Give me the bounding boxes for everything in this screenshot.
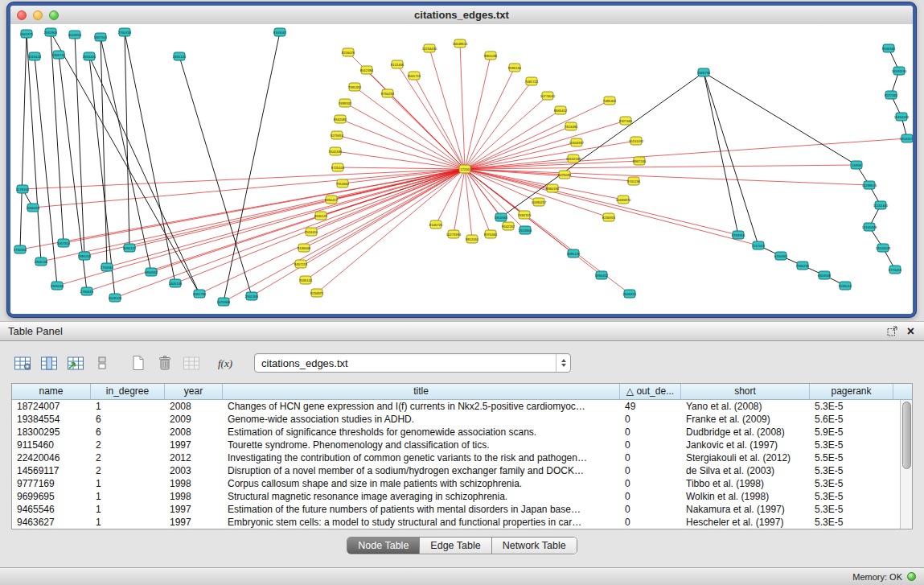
table-cell[interactable]: Jankovic et al. (1997) bbox=[681, 439, 810, 451]
graph-node[interactable]: 9741230 bbox=[627, 177, 641, 185]
graph-node[interactable]: 2750941 bbox=[101, 263, 114, 271]
graph-node[interactable]: 3085126 bbox=[567, 249, 581, 257]
table-cell[interactable]: Estimation of significance thresholds fo… bbox=[223, 426, 620, 439]
graph-node[interactable]: 1905742 bbox=[52, 51, 66, 59]
graph-node[interactable]: 1730560 bbox=[14, 245, 27, 253]
delete-column-icon[interactable] bbox=[154, 353, 176, 373]
table-row[interactable]: 1938455462009Genome-wide association stu… bbox=[12, 413, 900, 426]
column-header-out_de[interactable]: △ out_de... bbox=[620, 384, 681, 399]
graph-node[interactable]: 7481722 bbox=[525, 77, 539, 85]
graph-node[interactable]: 9327465 bbox=[619, 117, 633, 125]
graph-node[interactable]: 8867240 bbox=[633, 157, 647, 165]
graph-node[interactable]: 1670948 bbox=[217, 298, 231, 306]
table-selector[interactable]: citations_edges.txt bbox=[254, 353, 571, 373]
table-cell[interactable]: 9465546 bbox=[12, 503, 91, 516]
graph-node[interactable]: 2455120 bbox=[173, 52, 187, 60]
tab-edge-table[interactable]: Edge Table bbox=[419, 538, 491, 554]
table-cell[interactable]: 1 bbox=[91, 516, 165, 529]
graph-node[interactable]: 9596150 bbox=[508, 64, 522, 72]
table-cell[interactable]: 1 bbox=[91, 477, 165, 490]
table-cell[interactable]: 0 bbox=[620, 439, 681, 451]
graph-node[interactable]: 10591530 bbox=[892, 67, 907, 75]
graph-node[interactable]: 3024916 bbox=[68, 31, 82, 39]
float-panel-icon[interactable] bbox=[887, 326, 897, 336]
graph-node[interactable]: 7581452 bbox=[348, 83, 362, 91]
table-row[interactable]: 969969511998Structural magnetic resonanc… bbox=[12, 490, 900, 503]
table-cell[interactable]: 0 bbox=[620, 426, 681, 439]
graph-node[interactable]: 7217013 bbox=[752, 241, 766, 249]
table-cell[interactable]: 14569117 bbox=[12, 464, 91, 477]
table-cell[interactable]: Embryonic stem cells: a model to study s… bbox=[223, 516, 620, 529]
graph-node[interactable]: 11604937 bbox=[569, 138, 585, 146]
table-settings-icon[interactable] bbox=[11, 353, 34, 373]
graph-node[interactable]: 8845412 bbox=[554, 106, 568, 114]
graph-node[interactable]: 10465870 bbox=[616, 196, 631, 204]
graph-node[interactable]: 11242440 bbox=[873, 201, 889, 209]
table-cell[interactable]: Corpus callosum shape and size in male p… bbox=[223, 477, 620, 490]
graph-node[interactable]: 6793916 bbox=[732, 231, 745, 239]
table-cell[interactable]: 19384554 bbox=[12, 413, 91, 426]
table-row[interactable]: 977716911998Corpus callosum shape and si… bbox=[12, 477, 900, 490]
graph-node[interactable]: 9136648 bbox=[298, 244, 311, 252]
table-cell[interactable]: 9777169 bbox=[12, 477, 91, 490]
table-cell[interactable]: 5.3E-5 bbox=[810, 439, 893, 451]
table-cell[interactable]: 5.3E-5 bbox=[810, 477, 893, 490]
table-vertical-scrollbar[interactable] bbox=[900, 400, 912, 529]
table-cell[interactable]: Nakamura et al. (1997) bbox=[681, 503, 810, 516]
import-table-icon[interactable] bbox=[64, 353, 87, 373]
graph-node[interactable]: 8374460 bbox=[484, 230, 498, 238]
graph-node[interactable]: 2653410 bbox=[83, 52, 97, 60]
graph-node[interactable]: 2941305 bbox=[245, 292, 259, 300]
graph-node[interactable]: 8122406 bbox=[391, 60, 405, 68]
table-cell[interactable]: 2012 bbox=[165, 451, 223, 464]
graph-node[interactable]: 7613490 bbox=[565, 122, 578, 130]
graph-node[interactable]: 6150941 bbox=[774, 252, 788, 260]
table-cell[interactable]: 1998 bbox=[165, 490, 223, 503]
graph-node[interactable]: 8236915 bbox=[602, 213, 616, 221]
table-row[interactable]: 946554611997Estimation of the future num… bbox=[12, 503, 900, 516]
graph-node[interactable]: 6924508 bbox=[818, 271, 832, 279]
column-header-in_degree[interactable]: in_degree bbox=[91, 384, 165, 399]
table-cell[interactable]: 1997 bbox=[165, 516, 223, 529]
table-cell[interactable]: 18300295 bbox=[12, 426, 91, 439]
column-header-short[interactable]: short bbox=[681, 384, 810, 399]
graph-node[interactable]: 9245012 bbox=[839, 282, 852, 290]
graph-node[interactable]: 1661871 bbox=[20, 30, 34, 38]
table-cell[interactable]: 1 bbox=[91, 490, 165, 503]
graph-node[interactable]: 2905136 bbox=[35, 257, 48, 266]
table-cell[interactable]: de Silva et al. (2003) bbox=[681, 464, 810, 477]
graph-node[interactable]: 3528109 bbox=[109, 294, 122, 302]
graph-node[interactable]: 3178260 bbox=[16, 185, 30, 193]
graph-node[interactable]: 2066059 bbox=[27, 204, 40, 212]
column-header-title[interactable]: title bbox=[223, 384, 620, 399]
table-cell[interactable]: 2 bbox=[91, 464, 165, 477]
close-panel-icon[interactable]: × bbox=[907, 325, 914, 338]
graph-node[interactable]: 1850562 bbox=[145, 268, 158, 276]
graph-node[interactable]: 3094127 bbox=[123, 244, 137, 252]
table-cell[interactable]: 1998 bbox=[165, 477, 223, 490]
graph-node[interactable]: 12041675 bbox=[900, 134, 913, 142]
table-cell[interactable]: 2 bbox=[91, 451, 165, 464]
graph-node[interactable]: 8750234 bbox=[381, 89, 395, 97]
graph-node[interactable]: 9350417 bbox=[325, 196, 339, 204]
table-row[interactable]: 1456911722003Disruption of a novel membe… bbox=[12, 464, 900, 477]
graph-node[interactable]: 8457219 bbox=[294, 260, 308, 268]
table-row[interactable]: 946362711997Embryonic stem cells: a mode… bbox=[12, 516, 900, 529]
toggle-rows-icon[interactable] bbox=[91, 353, 113, 373]
table-row[interactable]: 2242004622012Investigating the contribut… bbox=[12, 451, 900, 464]
graph-node[interactable]: 7699332 bbox=[339, 99, 352, 107]
graph-node[interactable]: 12160468 bbox=[862, 223, 877, 231]
table-cell[interactable]: 18724007 bbox=[12, 400, 91, 413]
table-cell[interactable]: 9115460 bbox=[12, 439, 91, 451]
graph-node[interactable]: 8216076 bbox=[342, 48, 355, 56]
graph-node[interactable]: 9861036 bbox=[484, 51, 498, 60]
graph-node[interactable]: 10632168 bbox=[566, 154, 581, 163]
select-columns-icon[interactable] bbox=[38, 353, 60, 373]
graph-node[interactable]: 2760318 bbox=[118, 28, 132, 36]
table-cell[interactable]: 0 bbox=[620, 413, 681, 426]
graph-node[interactable]: 8146720 bbox=[429, 220, 443, 229]
table-cell[interactable]: 2009 bbox=[165, 413, 223, 426]
graph-node[interactable]: 10390257 bbox=[532, 198, 547, 206]
network-window-titlebar[interactable]: citations_edges.txt bbox=[10, 6, 913, 25]
graph-node[interactable]: 8163047 bbox=[273, 28, 287, 36]
